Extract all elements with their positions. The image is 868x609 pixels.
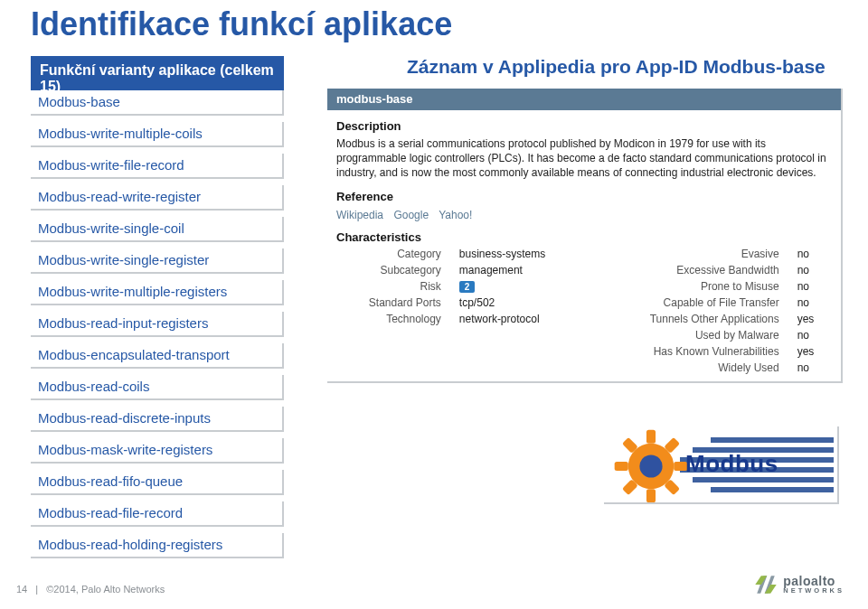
variant-item: Modbus-read-coils bbox=[31, 375, 284, 400]
footer: 14 | ©2014, Palo Alto Networks bbox=[16, 584, 165, 595]
modbus-logo: Modbus bbox=[604, 426, 839, 504]
variant-item: Modbus-write-file-record bbox=[31, 154, 284, 179]
description-text: Modbus is a serial communications protoc… bbox=[327, 135, 841, 181]
svg-rect-2 bbox=[646, 489, 656, 502]
variant-item: Modbus-read-holding-registers bbox=[31, 533, 284, 558]
ref-link[interactable]: Yahoo! bbox=[439, 209, 472, 221]
brand-a: paloalto bbox=[783, 576, 844, 587]
variants-list: Modbus-baseModbus-write-multiple-coilsMo… bbox=[31, 90, 284, 565]
slide: Identifikace funkcí aplikace Funkční var… bbox=[0, 0, 868, 609]
applipedia-panel: modbus-base Description Modbus is a seri… bbox=[327, 89, 843, 383]
applipedia-header: modbus-base bbox=[327, 89, 841, 110]
reference-label: Reference bbox=[327, 181, 841, 205]
char-right-value: yes bbox=[788, 311, 841, 327]
char-left-label: Technology bbox=[327, 311, 450, 327]
variant-item: Modbus-write-single-coil bbox=[31, 217, 284, 242]
paloalto-logo: paloalto NETWORKS bbox=[754, 573, 844, 596]
applipedia-title: Záznam v Applipedia pro App-ID Modbus-ba… bbox=[407, 56, 826, 78]
characteristics-table: Categorybusiness-systemsEvasivenoSubcate… bbox=[327, 246, 841, 376]
svg-point-9 bbox=[639, 454, 662, 477]
char-left-value: management bbox=[450, 262, 599, 278]
characteristics-row: Widely Usedno bbox=[327, 360, 841, 376]
copyright: ©2014, Palo Alto Networks bbox=[46, 584, 165, 595]
characteristics-row: Standard Portstcp/502Capable of File Tra… bbox=[327, 295, 841, 311]
variant-item: Modbus-read-fifo-queue bbox=[31, 470, 284, 495]
char-right-value: no bbox=[788, 295, 841, 311]
pan-mark-icon bbox=[754, 573, 778, 596]
characteristics-row: SubcategorymanagementExcessive Bandwidth… bbox=[327, 262, 841, 278]
characteristics-row: Has Known Vulnerabilitiesyes bbox=[327, 343, 841, 360]
svg-rect-3 bbox=[615, 462, 628, 471]
svg-rect-1 bbox=[646, 430, 656, 444]
variant-item: Modbus-mask-write-registers bbox=[31, 438, 284, 464]
char-left-label bbox=[327, 327, 450, 343]
variant-item: Modbus-write-multiple-registers bbox=[31, 280, 284, 305]
char-left-label: Category bbox=[327, 246, 450, 262]
char-left-value: business-systems bbox=[450, 246, 599, 262]
char-left-value: tcp/502 bbox=[450, 295, 599, 311]
gear-icon bbox=[613, 428, 689, 504]
ref-link[interactable]: Wikipedia bbox=[336, 209, 383, 221]
ref-link[interactable]: Google bbox=[393, 209, 429, 221]
char-left-label bbox=[327, 343, 450, 360]
risk-badge: 2 bbox=[459, 281, 476, 293]
characteristics-row: Risk2Prone to Misuseno bbox=[327, 278, 841, 295]
variant-item: Modbus-read-input-registers bbox=[31, 312, 284, 337]
char-left-label bbox=[327, 360, 450, 376]
char-left-value bbox=[450, 360, 599, 376]
char-left-value: network-protocol bbox=[450, 311, 599, 327]
char-right-value: yes bbox=[788, 343, 841, 360]
pan-text: paloalto NETWORKS bbox=[783, 576, 844, 594]
char-right-label: Evasive bbox=[599, 246, 788, 262]
char-right-label: Excessive Bandwidth bbox=[599, 262, 788, 278]
reference-links: Wikipedia Google Yahoo! bbox=[327, 205, 841, 221]
description-label: Description bbox=[327, 110, 841, 135]
brand-b: NETWORKS bbox=[783, 587, 844, 594]
characteristics-row: Categorybusiness-systemsEvasiveno bbox=[327, 246, 841, 262]
char-right-value: no bbox=[788, 262, 841, 278]
char-left-label: Subcategory bbox=[327, 262, 450, 278]
char-left-value bbox=[450, 343, 599, 360]
variant-item: Modbus-read-discrete-inputs bbox=[31, 407, 284, 432]
char-right-value: no bbox=[788, 327, 841, 343]
variant-item: Modbus-read-write-register bbox=[31, 185, 284, 211]
variant-item: Modbus-write-multiple-coils bbox=[31, 122, 284, 147]
char-right-value: no bbox=[788, 278, 841, 295]
page-number: 14 bbox=[16, 584, 27, 595]
characteristics-row: Used by Malwareno bbox=[327, 327, 841, 343]
char-right-label: Prone to Misuse bbox=[599, 278, 788, 295]
modbus-word: Modbus bbox=[685, 450, 778, 478]
variant-item: Modbus-write-single-register bbox=[31, 248, 284, 274]
char-left-label: Standard Ports bbox=[327, 295, 450, 311]
char-right-label: Widely Used bbox=[599, 360, 788, 376]
variant-item: Modbus-encapsulated-transport bbox=[31, 343, 284, 369]
char-left-label: Risk bbox=[327, 278, 450, 295]
char-right-value: no bbox=[788, 360, 841, 376]
page-title: Identifikace funkcí aplikace bbox=[31, 5, 452, 43]
char-right-label: Has Known Vulnerabilities bbox=[599, 343, 788, 360]
char-right-label: Used by Malware bbox=[599, 327, 788, 343]
variant-item: Modbus-base bbox=[31, 90, 284, 116]
char-left-value bbox=[450, 327, 599, 343]
applipedia-body: Description Modbus is a serial communica… bbox=[327, 110, 841, 381]
variant-item: Modbus-read-file-record bbox=[31, 501, 284, 527]
characteristics-label: Characteristics bbox=[327, 221, 841, 246]
char-right-label: Tunnels Other Applications bbox=[599, 311, 788, 327]
char-right-label: Capable of File Transfer bbox=[599, 295, 788, 311]
characteristics-row: Technologynetwork-protocolTunnels Other … bbox=[327, 311, 841, 327]
char-right-value: no bbox=[788, 246, 841, 262]
char-left-value: 2 bbox=[450, 278, 599, 295]
divider: | bbox=[35, 584, 38, 595]
